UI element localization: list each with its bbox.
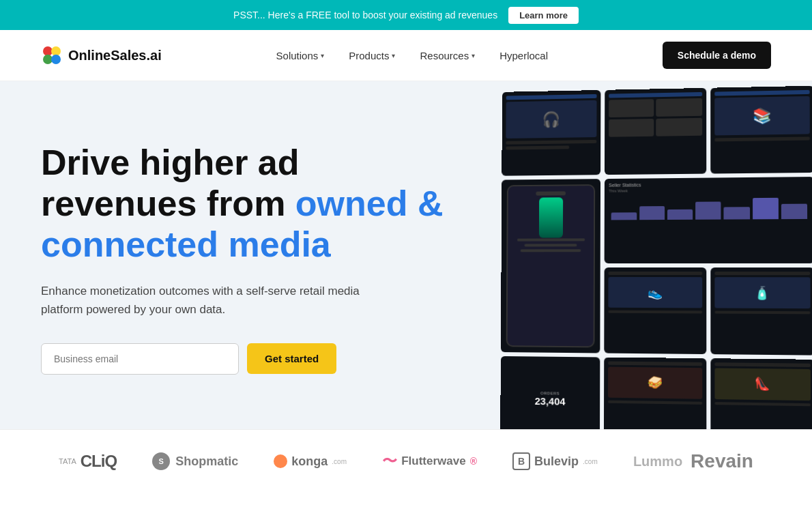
nav-links: Solutions ▾ Products ▾ Resources ▾ Hyper… [276,50,549,61]
mock-screen-shoes: 👠 [710,358,812,429]
hero-subtitle: Enhance monetization outcomes with a sel… [41,282,368,319]
svg-point-2 [43,55,53,64]
email-input[interactable] [41,343,239,375]
banner-text: PSST... Here's a FREE tool to boost your… [233,10,497,20]
hero-form: Get started [41,343,447,375]
logo-icon [41,44,63,66]
logo-area[interactable]: OnlineSales.ai [41,44,162,66]
logo-flutterwave: 〜 Flutterwave ® [382,451,477,472]
hero-section: Drive higher ad revenues from owned & co… [0,81,812,429]
mock-screen-5: 👟 [605,267,706,354]
hero-mockup: 🎧 📚 [447,81,813,429]
mock-screen-6: 🧴 [710,267,812,355]
mock-screen-1: 🎧 [502,90,600,175]
svg-point-1 [51,46,61,56]
nav-resources[interactable]: Resources ▾ [420,50,475,61]
navbar: OnlineSales.ai Solutions ▾ Products ▾ Re… [0,30,812,81]
logo-shopmatic: S Shopmatic [152,452,238,470]
top-banner: PSST... Here's a FREE tool to boost your… [0,0,812,30]
nav-solutions[interactable]: Solutions ▾ [276,50,325,61]
learn-more-button[interactable]: Learn more [508,7,579,24]
logo-text: OnlineSales.ai [68,48,162,63]
chevron-down-icon: ▾ [392,52,395,59]
mock-screen-chart: Seller Statistics This Week [605,177,812,263]
nav-products[interactable]: Products ▾ [349,50,395,61]
mock-screen-2 [605,88,706,175]
logo-tata-cliq: TATA CLiQ [59,453,117,469]
mock-screen-stat: ORDERS 23,404 [500,356,600,429]
svg-point-3 [51,55,61,64]
get-started-button[interactable]: Get started [247,343,336,374]
logos-section: TATA CLiQ S Shopmatic konga .com 〜 Flutt… [0,429,812,493]
hero-title: Drive higher ad revenues from owned & co… [41,143,447,265]
chevron-down-icon: ▾ [472,52,475,59]
logo-konga: konga .com [274,454,347,469]
mock-screen-phone [501,179,601,353]
nav-hyperlocal[interactable]: Hyperlocal [499,50,548,61]
mock-screen-3: 📚 [710,86,812,173]
chevron-down-icon: ▾ [321,52,324,59]
hero-content: Drive higher ad revenues from owned & co… [0,81,447,429]
logo-bulevip: B Bulevip .com [512,452,598,470]
schedule-demo-button[interactable]: Schedule a demo [663,42,771,69]
logo-revain: Lummo Revain [633,450,753,472]
hero-image-area: 🎧 📚 [447,81,813,429]
svg-point-0 [43,46,53,56]
mock-screen-food: 🥪 [604,357,706,429]
